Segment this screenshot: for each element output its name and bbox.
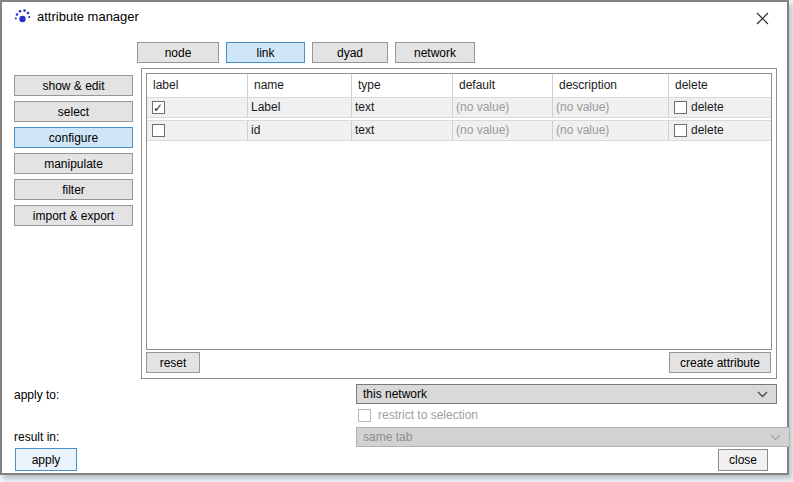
titlebar: attribute manager: [2, 2, 787, 31]
cell-label: [147, 98, 248, 117]
cell-description[interactable]: (no value): [553, 121, 669, 140]
restrict-to-selection-checkbox: [358, 409, 371, 422]
cell-type[interactable]: text: [352, 98, 453, 117]
result-in-label: result in:: [14, 430, 59, 444]
chevron-down-icon: [757, 391, 768, 398]
tab-dyad[interactable]: dyad: [312, 42, 388, 63]
column-header-default: default: [453, 74, 553, 97]
close-icon: [756, 12, 769, 25]
apply-button[interactable]: apply: [15, 448, 77, 471]
cell-name[interactable]: Label: [248, 98, 352, 117]
attribute-table: label name type default description dele…: [146, 73, 772, 350]
delete-label: delete: [691, 98, 724, 117]
label-checkbox[interactable]: [152, 124, 165, 137]
sidebar-item-import-export[interactable]: import & export: [14, 205, 133, 226]
cell-default[interactable]: (no value): [453, 121, 553, 140]
result-in-value: same tab: [363, 430, 412, 444]
create-attribute-button[interactable]: create attribute: [669, 352, 771, 373]
window-title: attribute manager: [37, 9, 139, 24]
cell-description[interactable]: (no value): [553, 98, 669, 117]
apply-to-value: this network: [363, 387, 427, 401]
table-row: Label text (no value) (no value) delete: [147, 97, 771, 118]
result-in-dropdown: same tab: [356, 427, 790, 447]
sidebar-item-select[interactable]: select: [14, 101, 133, 122]
column-header-name: name: [248, 74, 352, 97]
restrict-to-selection-row: restrict to selection: [358, 408, 478, 422]
cell-delete: delete: [669, 98, 771, 117]
column-header-type: type: [352, 74, 453, 97]
attribute-table-panel: label name type default description dele…: [141, 68, 777, 379]
tab-node[interactable]: node: [137, 42, 219, 63]
cell-default[interactable]: (no value): [453, 98, 553, 117]
restrict-to-selection-label: restrict to selection: [378, 408, 478, 422]
sidebar-item-filter[interactable]: filter: [14, 179, 133, 200]
apply-to-dropdown[interactable]: this network: [356, 384, 777, 404]
cell-delete: delete: [669, 121, 771, 140]
delete-checkbox[interactable]: [674, 124, 687, 137]
attribute-manager-dialog: attribute manager node link dyad network…: [0, 0, 789, 475]
label-checkbox[interactable]: [152, 101, 165, 114]
visone-logo-icon: [14, 8, 31, 25]
cell-label: [147, 121, 248, 140]
cell-type[interactable]: text: [352, 121, 453, 140]
tab-network[interactable]: network: [395, 42, 475, 63]
sidebar-item-show-edit[interactable]: show & edit: [14, 75, 133, 96]
cell-name[interactable]: id: [248, 121, 352, 140]
chevron-down-icon: [770, 434, 781, 441]
close-window-button[interactable]: [747, 6, 777, 30]
close-button[interactable]: close: [718, 449, 768, 471]
apply-to-label: apply to:: [14, 388, 59, 402]
column-header-label: label: [147, 74, 248, 97]
tab-link[interactable]: link: [226, 42, 305, 63]
delete-label: delete: [691, 121, 724, 140]
sidebar-item-configure[interactable]: configure: [14, 127, 133, 148]
sidebar: show & edit select configure manipulate …: [14, 75, 133, 226]
delete-checkbox[interactable]: [674, 101, 687, 114]
reset-button[interactable]: reset: [146, 352, 200, 373]
table-row: id text (no value) (no value) delete: [147, 120, 771, 141]
table-header-row: label name type default description dele…: [147, 74, 771, 97]
sidebar-item-manipulate[interactable]: manipulate: [14, 153, 133, 174]
column-header-description: description: [553, 74, 669, 97]
tab-bar: node link dyad network: [137, 42, 475, 63]
column-header-delete: delete: [669, 74, 771, 97]
